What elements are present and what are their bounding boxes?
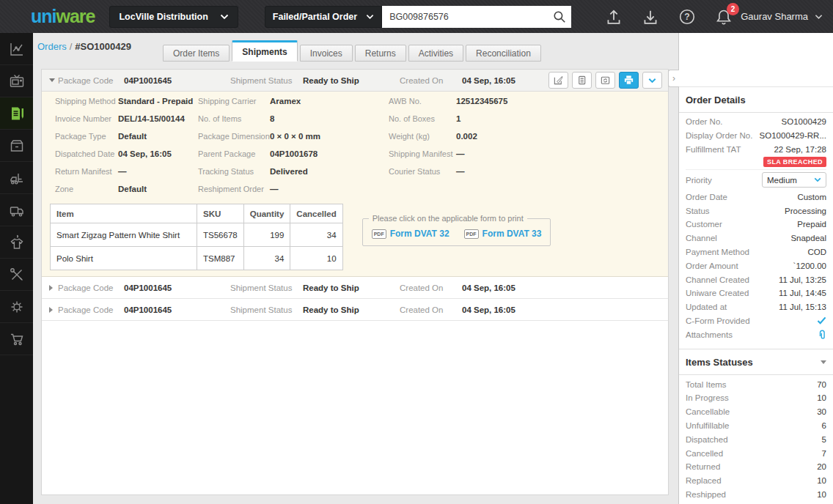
box-refresh-icon	[600, 75, 611, 86]
search-input[interactable]	[382, 6, 571, 28]
form-dvat-33-link[interactable]: PDF Form DVAT 33	[464, 229, 542, 239]
shipment-status-label: Shipment Status	[230, 76, 303, 85]
package-header-row: Package Code 04P1001645 Shipment Status …	[42, 70, 668, 92]
details-column-2: Shipping CarrierAramex No. of Items8 Pac…	[198, 92, 389, 198]
sidebar-item-shipping[interactable]	[0, 194, 33, 226]
item-name-cell: Smart Zigzag Pattern White Shirt	[51, 223, 197, 247]
shopping-cart-icon	[8, 330, 26, 348]
details-column-3: AWB No.12512345675 No. of Boxes1 Weight …	[389, 92, 668, 198]
panel-collapse-handle[interactable]: ›	[668, 70, 679, 87]
paperclip-icon[interactable]	[818, 330, 826, 340]
breadcrumb-separator: /	[67, 41, 76, 52]
print-forms-box: Please click on the applicable form to p…	[362, 218, 551, 246]
chevron-down-icon	[220, 14, 229, 20]
pdf-icon: PDF	[372, 229, 386, 239]
sidebar-item-settings[interactable]	[0, 291, 33, 323]
collapse-expander-icon[interactable]	[42, 78, 58, 82]
payment-method-row: Payment MethodCOD	[686, 245, 826, 259]
replaced-row: Replaced10	[686, 474, 826, 488]
details-column-1: Shipping MethodStandard - Prepaid Invoic…	[55, 92, 198, 198]
topbar-actions: ? 2	[605, 8, 733, 26]
more-print-options-button[interactable]	[642, 72, 662, 89]
uniware-logo[interactable]: uniware	[31, 0, 95, 33]
sidebar-item-analytics[interactable]	[0, 33, 33, 65]
items-table-header-row: Item SKU Quantity Cancelled	[51, 204, 343, 223]
chevron-down-icon	[815, 14, 823, 20]
collapse-triangle-icon[interactable]	[821, 360, 826, 364]
facility-dropdown[interactable]: LocVille Distribution	[109, 6, 238, 28]
order-date-row: Order DateCustom	[686, 190, 826, 204]
user-menu[interactable]: Gaurav Sharma	[741, 11, 823, 22]
search-type-dropdown[interactable]: Failed/Partial Order	[265, 6, 382, 28]
package-notes-button[interactable]	[572, 72, 592, 89]
package-code-value: 04P1001645	[124, 76, 230, 85]
sku-cell: TSM887	[197, 247, 244, 270]
logo-uni-text: uni	[31, 6, 56, 26]
customer-row: CustomerPrepaid	[686, 218, 826, 231]
tab-returns[interactable]: Returns	[355, 45, 406, 62]
tab-shipments[interactable]: Shipments	[232, 40, 297, 62]
package-details-body: Shipping MethodStandard - Prepaid Invoic…	[42, 92, 668, 277]
notifications-bell-icon[interactable]: 2	[715, 8, 733, 26]
attachments-row: Attachments	[686, 327, 826, 341]
left-nav-sidebar	[0, 33, 33, 504]
tab-reconciliation[interactable]: Reconciliation	[466, 45, 541, 62]
forklift-icon	[8, 169, 26, 187]
facility-dropdown-label: LocVille Distribution	[119, 12, 208, 22]
panel-top-spacer	[679, 33, 833, 87]
priority-select[interactable]: Medium	[762, 172, 826, 188]
pdf-icon: PDF	[464, 229, 479, 239]
checkmark-icon	[817, 316, 826, 325]
gear-icon	[8, 298, 26, 316]
search-icon[interactable]	[553, 10, 566, 23]
edit-package-button[interactable]	[548, 72, 568, 89]
form-dvat-32-link[interactable]: PDF Form DVAT 32	[372, 229, 449, 239]
in-progress-row: In Progress10	[686, 391, 826, 405]
tab-activities[interactable]: Activities	[408, 45, 463, 62]
download-icon[interactable]	[642, 8, 659, 26]
breadcrumb-orders-link[interactable]: Orders	[37, 41, 67, 52]
sidebar-item-inventory[interactable]	[0, 130, 33, 162]
col-quantity: Quantity	[243, 204, 290, 223]
priority-row: Priority Medium	[686, 169, 826, 190]
package-items-table: Item SKU Quantity Cancelled Smart Zigzag…	[50, 204, 343, 270]
cancelled-cell: 34	[290, 223, 342, 247]
package-actions	[548, 72, 662, 89]
chevron-down-icon	[814, 177, 821, 182]
upload-icon[interactable]	[605, 8, 623, 26]
sidebar-item-fulfillment[interactable]	[0, 162, 33, 194]
help-icon[interactable]: ?	[678, 8, 696, 26]
sidebar-item-orders[interactable]	[0, 97, 33, 130]
total-items-row: Total Items70	[686, 377, 826, 391]
sidebar-item-catalog[interactable]	[0, 226, 33, 259]
sidebar-item-channels[interactable]	[0, 65, 33, 97]
breadcrumb: Orders/#SO1000429	[37, 41, 131, 52]
quantity-cell: 34	[243, 247, 290, 270]
sidebar-item-tools[interactable]	[0, 259, 33, 291]
channel-row: ChannelSnapdeal	[686, 231, 826, 245]
svg-text:?: ?	[684, 12, 689, 22]
chevron-down-icon	[647, 77, 657, 84]
cancelled-cell: 10	[290, 247, 342, 270]
print-forms-legend: Please click on the applicable form to p…	[369, 214, 527, 223]
collapsed-package-row: Package Code 04P1001645 Shipment Status …	[42, 299, 668, 321]
sidebar-item-purchase[interactable]	[0, 323, 33, 355]
cancelled-row: Cancelled7	[686, 446, 826, 460]
expand-expander-icon[interactable]	[42, 285, 58, 291]
tab-invoices[interactable]: Invoices	[300, 45, 353, 62]
print-package-button[interactable]	[619, 72, 639, 89]
note-document-icon	[576, 75, 587, 86]
updated-at-row: Updated at11 Jul, 15:13	[686, 300, 826, 314]
table-row: Polo Shirt TSM887 34 10	[51, 247, 343, 270]
order-search: Failed/Partial Order	[265, 6, 571, 28]
tools-icon	[8, 266, 26, 284]
reassign-package-button[interactable]	[595, 72, 615, 89]
tab-order-items[interactable]: Order Items	[163, 45, 230, 62]
table-row: Smart Zigzag Pattern White Shirt TS56678…	[51, 223, 343, 247]
col-cancelled: Cancelled	[290, 204, 342, 223]
chevron-down-icon	[366, 14, 374, 20]
expand-expander-icon[interactable]	[42, 307, 58, 313]
item-name-cell: Polo Shirt	[51, 247, 197, 270]
items-statuses-title: Items Statuses	[679, 349, 833, 375]
channels-tv-icon	[8, 73, 26, 90]
